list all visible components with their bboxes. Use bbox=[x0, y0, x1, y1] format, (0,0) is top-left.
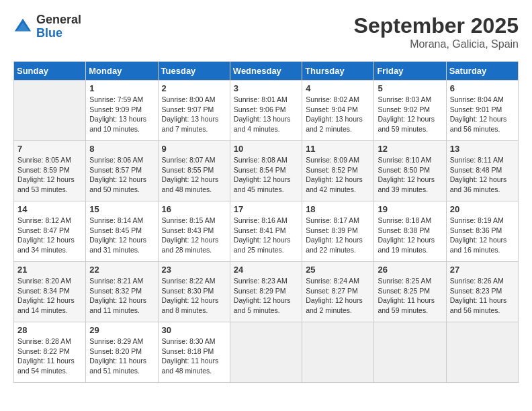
day-cell: 20Sunrise: 8:19 AMSunset: 8:36 PMDayligh… bbox=[446, 201, 518, 262]
day-cell: 23Sunrise: 8:22 AMSunset: 8:30 PMDayligh… bbox=[158, 262, 230, 322]
day-info: Sunrise: 8:07 AMSunset: 8:55 PMDaylight:… bbox=[162, 155, 226, 195]
day-cell: 5Sunrise: 8:03 AMSunset: 9:02 PMDaylight… bbox=[374, 81, 446, 141]
day-number: 8 bbox=[89, 144, 154, 154]
day-cell: 4Sunrise: 8:02 AMSunset: 9:04 PMDaylight… bbox=[302, 81, 374, 141]
header-saturday: Saturday bbox=[446, 62, 518, 81]
day-info: Sunrise: 8:17 AMSunset: 8:39 PMDaylight:… bbox=[306, 216, 370, 255]
header-friday: Friday bbox=[374, 62, 446, 81]
day-cell: 28Sunrise: 8:28 AMSunset: 8:22 PMDayligh… bbox=[14, 322, 86, 383]
day-cell: 19Sunrise: 8:18 AMSunset: 8:38 PMDayligh… bbox=[374, 201, 446, 262]
day-info: Sunrise: 8:29 AMSunset: 8:20 PMDaylight:… bbox=[89, 336, 154, 376]
header-wednesday: Wednesday bbox=[230, 62, 302, 81]
day-number: 5 bbox=[378, 83, 442, 93]
day-number: 11 bbox=[306, 144, 370, 154]
week-row-2: 7Sunrise: 8:05 AMSunset: 8:59 PMDaylight… bbox=[14, 141, 519, 201]
day-number: 17 bbox=[234, 204, 298, 214]
day-cell: 2Sunrise: 8:00 AMSunset: 9:07 PMDaylight… bbox=[158, 81, 230, 141]
day-info: Sunrise: 8:06 AMSunset: 8:57 PMDaylight:… bbox=[89, 155, 154, 195]
day-info: Sunrise: 8:24 AMSunset: 8:27 PMDaylight:… bbox=[306, 276, 370, 316]
header-monday: Monday bbox=[86, 62, 158, 81]
day-info: Sunrise: 8:16 AMSunset: 8:41 PMDaylight:… bbox=[234, 216, 298, 255]
day-info: Sunrise: 8:30 AMSunset: 8:18 PMDaylight:… bbox=[162, 336, 226, 376]
day-cell: 9Sunrise: 8:07 AMSunset: 8:55 PMDaylight… bbox=[158, 141, 230, 201]
logo-general: General bbox=[36, 13, 81, 26]
day-number: 13 bbox=[450, 144, 515, 154]
day-cell: 15Sunrise: 8:14 AMSunset: 8:45 PMDayligh… bbox=[86, 201, 158, 262]
logo-text: General Blue bbox=[36, 13, 81, 40]
day-info: Sunrise: 8:20 AMSunset: 8:34 PMDaylight:… bbox=[17, 276, 82, 316]
weekday-header-row: Sunday Monday Tuesday Wednesday Thursday… bbox=[14, 62, 519, 81]
day-cell: 6Sunrise: 8:04 AMSunset: 9:01 PMDaylight… bbox=[446, 81, 518, 141]
day-number: 3 bbox=[234, 83, 298, 93]
day-cell bbox=[302, 322, 374, 383]
day-info: Sunrise: 7:59 AMSunset: 9:09 PMDaylight:… bbox=[89, 95, 154, 134]
day-cell: 26Sunrise: 8:25 AMSunset: 8:25 PMDayligh… bbox=[374, 262, 446, 322]
day-info: Sunrise: 8:21 AMSunset: 8:32 PMDaylight:… bbox=[89, 276, 154, 316]
day-cell: 11Sunrise: 8:09 AMSunset: 8:52 PMDayligh… bbox=[302, 141, 374, 201]
header-sunday: Sunday bbox=[14, 62, 86, 81]
day-number: 30 bbox=[162, 325, 226, 335]
day-cell bbox=[230, 322, 302, 383]
day-info: Sunrise: 8:19 AMSunset: 8:36 PMDaylight:… bbox=[450, 216, 515, 255]
day-info: Sunrise: 8:25 AMSunset: 8:25 PMDaylight:… bbox=[378, 276, 442, 316]
day-number: 27 bbox=[450, 265, 515, 275]
day-cell: 10Sunrise: 8:08 AMSunset: 8:54 PMDayligh… bbox=[230, 141, 302, 201]
day-number: 21 bbox=[17, 265, 82, 275]
page-header: General Blue September 2025 Morana, Gali… bbox=[13, 13, 519, 50]
day-number: 15 bbox=[89, 204, 154, 214]
day-info: Sunrise: 8:26 AMSunset: 8:23 PMDaylight:… bbox=[450, 276, 515, 316]
day-info: Sunrise: 8:05 AMSunset: 8:59 PMDaylight:… bbox=[17, 155, 82, 195]
day-cell: 13Sunrise: 8:11 AMSunset: 8:48 PMDayligh… bbox=[446, 141, 518, 201]
day-number: 16 bbox=[162, 204, 226, 214]
day-cell: 1Sunrise: 7:59 AMSunset: 9:09 PMDaylight… bbox=[86, 81, 158, 141]
day-info: Sunrise: 8:08 AMSunset: 8:54 PMDaylight:… bbox=[234, 155, 298, 195]
day-number: 10 bbox=[234, 144, 298, 154]
day-number: 28 bbox=[17, 325, 82, 335]
day-info: Sunrise: 8:01 AMSunset: 9:06 PMDaylight:… bbox=[234, 95, 298, 134]
day-info: Sunrise: 8:14 AMSunset: 8:45 PMDaylight:… bbox=[89, 216, 154, 255]
week-row-4: 21Sunrise: 8:20 AMSunset: 8:34 PMDayligh… bbox=[14, 262, 519, 322]
day-cell: 14Sunrise: 8:12 AMSunset: 8:47 PMDayligh… bbox=[14, 201, 86, 262]
day-cell bbox=[14, 81, 86, 141]
calendar-table: Sunday Monday Tuesday Wednesday Thursday… bbox=[13, 61, 519, 383]
day-cell: 18Sunrise: 8:17 AMSunset: 8:39 PMDayligh… bbox=[302, 201, 374, 262]
day-info: Sunrise: 8:03 AMSunset: 9:02 PMDaylight:… bbox=[378, 95, 442, 134]
day-info: Sunrise: 8:10 AMSunset: 8:50 PMDaylight:… bbox=[378, 155, 442, 195]
day-number: 19 bbox=[378, 204, 442, 214]
week-row-5: 28Sunrise: 8:28 AMSunset: 8:22 PMDayligh… bbox=[14, 322, 519, 383]
day-info: Sunrise: 8:15 AMSunset: 8:43 PMDaylight:… bbox=[162, 216, 226, 255]
day-cell: 22Sunrise: 8:21 AMSunset: 8:32 PMDayligh… bbox=[86, 262, 158, 322]
day-cell: 16Sunrise: 8:15 AMSunset: 8:43 PMDayligh… bbox=[158, 201, 230, 262]
day-info: Sunrise: 8:02 AMSunset: 9:04 PMDaylight:… bbox=[306, 95, 370, 134]
day-number: 12 bbox=[378, 144, 442, 154]
location: Morana, Galicia, Spain bbox=[354, 38, 519, 50]
day-info: Sunrise: 8:18 AMSunset: 8:38 PMDaylight:… bbox=[378, 216, 442, 255]
day-cell: 17Sunrise: 8:16 AMSunset: 8:41 PMDayligh… bbox=[230, 201, 302, 262]
day-info: Sunrise: 8:04 AMSunset: 9:01 PMDaylight:… bbox=[450, 95, 515, 134]
day-info: Sunrise: 8:22 AMSunset: 8:30 PMDaylight:… bbox=[162, 276, 226, 316]
day-number: 25 bbox=[306, 265, 370, 275]
week-row-3: 14Sunrise: 8:12 AMSunset: 8:47 PMDayligh… bbox=[14, 201, 519, 262]
month-year: September 2025 bbox=[354, 13, 519, 38]
day-number: 6 bbox=[450, 83, 515, 93]
day-number: 23 bbox=[162, 265, 226, 275]
day-cell: 24Sunrise: 8:23 AMSunset: 8:29 PMDayligh… bbox=[230, 262, 302, 322]
day-number: 7 bbox=[17, 144, 82, 154]
day-number: 26 bbox=[378, 265, 442, 275]
header-thursday: Thursday bbox=[302, 62, 374, 81]
day-cell: 27Sunrise: 8:26 AMSunset: 8:23 PMDayligh… bbox=[446, 262, 518, 322]
header-tuesday: Tuesday bbox=[158, 62, 230, 81]
day-info: Sunrise: 8:09 AMSunset: 8:52 PMDaylight:… bbox=[306, 155, 370, 195]
day-number: 4 bbox=[306, 83, 370, 93]
day-cell: 30Sunrise: 8:30 AMSunset: 8:18 PMDayligh… bbox=[158, 322, 230, 383]
week-row-1: 1Sunrise: 7:59 AMSunset: 9:09 PMDaylight… bbox=[14, 81, 519, 141]
day-info: Sunrise: 8:28 AMSunset: 8:22 PMDaylight:… bbox=[17, 336, 82, 376]
day-cell: 21Sunrise: 8:20 AMSunset: 8:34 PMDayligh… bbox=[14, 262, 86, 322]
day-info: Sunrise: 8:12 AMSunset: 8:47 PMDaylight:… bbox=[17, 216, 82, 255]
day-number: 24 bbox=[234, 265, 298, 275]
day-cell bbox=[446, 322, 518, 383]
day-info: Sunrise: 8:11 AMSunset: 8:48 PMDaylight:… bbox=[450, 155, 515, 195]
logo-blue: Blue bbox=[36, 26, 62, 40]
day-cell: 8Sunrise: 8:06 AMSunset: 8:57 PMDaylight… bbox=[86, 141, 158, 201]
day-cell: 12Sunrise: 8:10 AMSunset: 8:50 PMDayligh… bbox=[374, 141, 446, 201]
